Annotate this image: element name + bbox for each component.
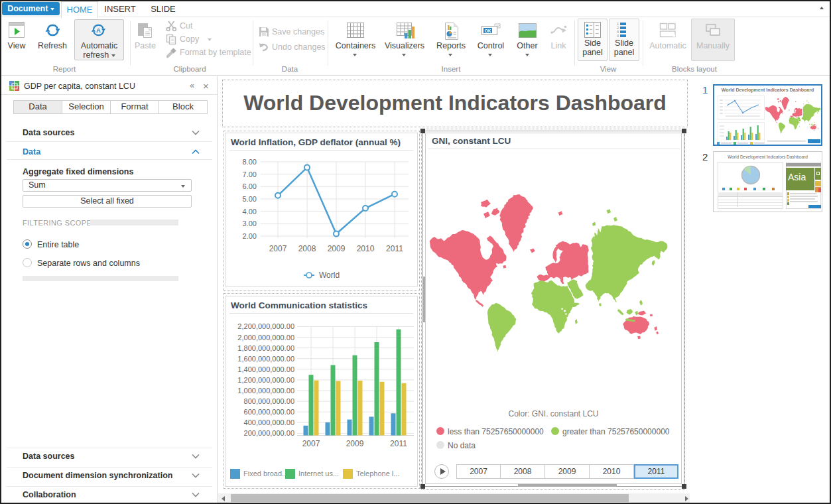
- svg-text:Telephone l...: Telephone l...: [356, 470, 399, 477]
- svg-text:2,200,000,000.00: 2,200,000,000.00: [237, 322, 294, 330]
- svg-text:2009: 2009: [346, 439, 364, 448]
- svg-text:1,000,000,000.00: 1,000,000,000.00: [237, 387, 294, 395]
- svg-text:Fixed broad...: Fixed broad...: [243, 470, 288, 477]
- svg-text:5.00: 5.00: [243, 195, 257, 203]
- svg-text:2009: 2009: [328, 244, 346, 253]
- svg-text:1,200,000,000.00: 1,200,000,000.00: [237, 376, 294, 384]
- svg-text:4: 4: [617, 34, 619, 38]
- svg-text:OK: OK: [485, 29, 491, 33]
- svg-text:400,000,000.00: 400,000,000.00: [244, 418, 294, 426]
- svg-text:A: A: [96, 27, 101, 34]
- svg-text:2010: 2010: [357, 244, 375, 253]
- svg-text:8.00: 8.00: [243, 158, 257, 166]
- svg-text:2007: 2007: [269, 244, 287, 253]
- svg-text:2.00: 2.00: [243, 232, 257, 240]
- svg-text:600,000,000.00: 600,000,000.00: [244, 408, 294, 416]
- svg-text:World Inflation, GDP deflator: World Inflation, GDP deflator (annual %): [231, 137, 401, 147]
- svg-text:1,800,000,000.00: 1,800,000,000.00: [237, 344, 294, 352]
- svg-text:800,000,000.00: 800,000,000.00: [244, 397, 294, 405]
- svg-text:2007: 2007: [302, 439, 320, 448]
- svg-text:2011: 2011: [386, 244, 403, 253]
- svg-text:2,000,000,000.00: 2,000,000,000.00: [237, 334, 294, 342]
- svg-text:World: World: [319, 271, 340, 280]
- svg-text:Internet us...: Internet us...: [298, 470, 339, 477]
- svg-text:1,400,000,000.00: 1,400,000,000.00: [237, 365, 294, 373]
- svg-text:200,000,000.00: 200,000,000.00: [244, 429, 294, 437]
- svg-text:7.00: 7.00: [243, 170, 257, 178]
- svg-text:3.00: 3.00: [243, 220, 257, 227]
- svg-text:World Communication statistics: World Communication statistics: [231, 300, 367, 310]
- svg-text:2011: 2011: [390, 439, 407, 448]
- svg-text:6.00: 6.00: [243, 182, 257, 190]
- svg-text:1,600,000,000.00: 1,600,000,000.00: [237, 355, 294, 363]
- svg-text:4.00: 4.00: [243, 208, 257, 216]
- svg-text:2008: 2008: [298, 244, 316, 253]
